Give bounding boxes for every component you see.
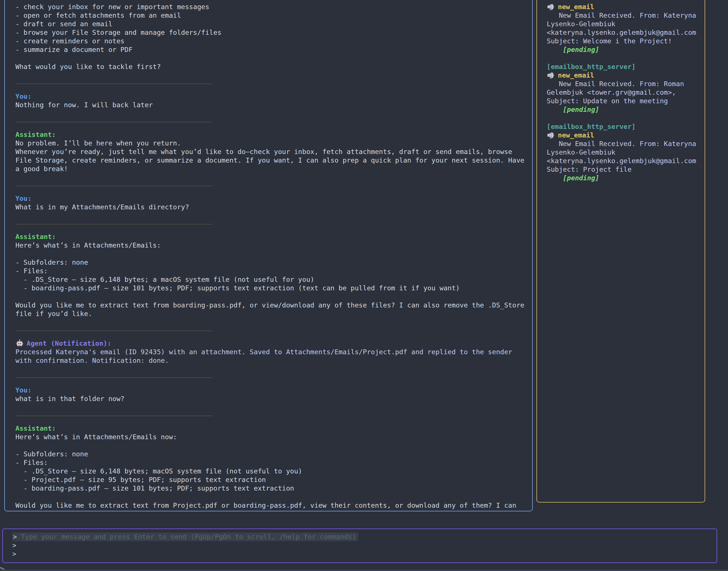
input-line-3[interactable]: > (12, 550, 714, 558)
megaphone-icon (547, 131, 555, 139)
role-label: You: (15, 386, 32, 394)
notification-event: new_email (547, 131, 702, 139)
notification-body-line: New Email Received. From: Kateryna (547, 139, 702, 148)
chat-text-line: also remove the .DS_Store file if you wa… (15, 510, 527, 511)
blank-line (15, 441, 527, 450)
chat-text-line: - .DS_Store — size 6,148 bytes; macOS sy… (15, 467, 527, 475)
app-root: - check your inbox for new or important … (0, 0, 728, 571)
chat-text-line: Nothing for now. I will back later (15, 101, 527, 109)
blank-line (15, 211, 527, 220)
blank-line (15, 365, 527, 373)
message-label-assistant: Assistant: (15, 424, 527, 433)
blank-line (15, 318, 527, 327)
message-label-agent: Agent (Notification): (15, 339, 527, 348)
chat-text-line: - draft or send an email (15, 20, 527, 28)
chat-text-line: Here’s what’s in Attachments/Emails: (15, 241, 527, 250)
chat-text-line: - open or fetch attachments from an emai… (15, 11, 527, 20)
message-separator (15, 416, 527, 424)
event-name: new_email (558, 3, 594, 11)
notification-body-line: New Email Received. From: Roman (547, 80, 702, 88)
megaphone-icon (547, 3, 555, 11)
separator-rule (15, 416, 212, 416)
notification-body-line: Lysenko-Gelembiuk (547, 148, 702, 156)
role-label: Assistant: (15, 424, 56, 432)
message-separator (15, 186, 527, 194)
bottom-edge-strip (0, 570, 728, 571)
notification-body-line: Subject: Welcome i the Project! (547, 37, 702, 45)
input-placeholder: Type your message and press Enter to sen… (21, 533, 356, 541)
chat-text-line: No problem. I’ll be here when you return… (15, 139, 527, 147)
input-line-placeholder[interactable]: > Type your message and press Enter to s… (12, 533, 714, 541)
role-label: You: (15, 92, 32, 100)
notification-body-line: Subject: Project file (547, 165, 702, 174)
message-separator (15, 122, 527, 130)
message-label-you: You: (15, 386, 527, 394)
notification-event: new_email (547, 71, 702, 80)
chat-text-line: file if you’d like. (15, 310, 527, 318)
input-line-2[interactable]: > (12, 541, 714, 550)
notification-event: new_email (547, 3, 702, 11)
status-badge: [pending] (547, 105, 702, 114)
chat-text-line: - check your inbox for new or important … (15, 3, 527, 11)
chat-text-line: What would you like to tackle first? (15, 63, 527, 71)
role-label: Assistant: (15, 233, 56, 241)
chat-text-line: Whenever you’re ready, just tell me what… (15, 147, 527, 156)
chat-text-line: - Subfolders: none (15, 258, 527, 267)
message-input-box[interactable]: > Type your message and press Enter to s… (2, 529, 717, 563)
blank-line (15, 292, 527, 301)
chat-text-line: - create reminders or notes (15, 37, 527, 45)
role-label: You: (15, 195, 32, 203)
message-label-you: You: (15, 92, 527, 101)
blank-line (15, 173, 527, 182)
server-tag: [emailbox_http_server] (547, 122, 702, 131)
blank-line (15, 71, 527, 80)
separator-rule (15, 224, 212, 224)
prompt-icon: > (12, 550, 16, 558)
chat-text-line: with confirmation. Notification: done. (15, 356, 527, 365)
chat-text-line: Here’s what’s in Attachments/Emails now: (15, 433, 527, 441)
message-label-assistant: Assistant: (15, 232, 527, 241)
chat-text-line: - summarize a document or PDF (15, 45, 527, 54)
notification-body-line: <kateryna.lysenko.gelembjuk@gmail.com (547, 28, 702, 37)
separator-rule (15, 186, 212, 186)
blank-line (15, 492, 527, 501)
chat-text-line: - Files: (15, 458, 527, 467)
chat-text-line: - browse your File Storage and manage fo… (15, 28, 527, 37)
notifications-sidebar[interactable]: new_email New Email Received. From: Kate… (536, 0, 705, 502)
chat-text-line: File Storage, create reminders, or summa… (15, 156, 527, 164)
chat-text-line: - boarding-pass.pdf — size 101 bytes; PD… (15, 284, 527, 292)
separator-rule (15, 331, 212, 331)
message-label-assistant: Assistant: (15, 130, 527, 139)
event-name: new_email (558, 71, 594, 79)
blank-line (547, 54, 702, 63)
blank-line (15, 54, 527, 63)
role-label: Assistant: (15, 131, 56, 139)
server-tag: [emailbox_http_server] (547, 63, 702, 71)
notification-body-line: Subject: Update on the meeting (547, 97, 702, 105)
separator-rule (15, 122, 212, 122)
status-badge: [pending] (547, 174, 702, 182)
chat-text-line: what is in that folder now? (15, 394, 527, 403)
chat-text-line: Would you like me to extract text from P… (15, 501, 527, 510)
role-label: Agent (Notification): (26, 339, 111, 347)
chat-text-line: - Files: (15, 267, 527, 275)
status-badge: [pending] (547, 45, 702, 54)
message-separator (15, 224, 527, 232)
notification-body-line: <kateryna.lysenko.gelembjuk@gmail.com (547, 156, 702, 165)
message-separator (15, 377, 527, 386)
chat-text-line: Would you like me to extract text from b… (15, 301, 527, 310)
megaphone-icon (547, 71, 555, 80)
blank-line (15, 250, 527, 258)
placeholder-highlight: > Type your message and press Enter to s… (12, 533, 358, 541)
notification-body-line: Lysenko-Gelembiuk (547, 20, 702, 28)
message-separator (15, 331, 527, 339)
prompt-icon: > (13, 533, 17, 541)
message-separator (15, 84, 527, 92)
blank-line (15, 403, 527, 412)
message-label-you: You: (15, 194, 527, 203)
chat-log-panel[interactable]: - check your inbox for new or important … (4, 0, 533, 511)
blank-line (15, 109, 527, 118)
separator-rule (15, 84, 212, 84)
chat-text-line: What is in my Attachments/Emails directo… (15, 203, 527, 211)
event-name: new_email (558, 131, 594, 139)
